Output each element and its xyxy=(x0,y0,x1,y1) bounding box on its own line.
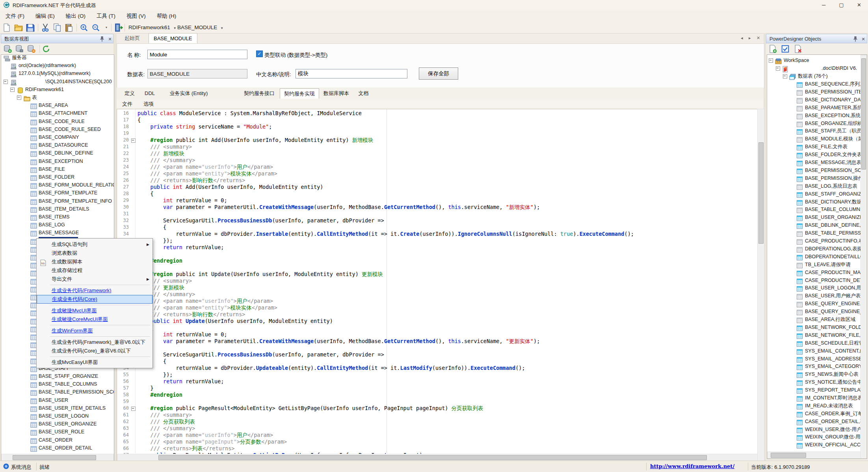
pdm-table-row[interactable]: BASE_STAFF_ORGANIZE,职 xyxy=(767,190,866,198)
pdm-table-row[interactable]: BASE_QUERY_ENGINE,查询 xyxy=(767,300,866,308)
pdm-table-row[interactable]: BASE_NETWORK_FILE,网络 xyxy=(767,331,866,339)
tab-nav-button-2[interactable]: ✕ xyxy=(756,35,760,41)
tree-row[interactable]: BASE_FILE xyxy=(1,165,114,173)
pdm-table-row[interactable]: CASE_ORDER,事例_订单管 xyxy=(767,410,866,418)
cn-name-input[interactable] xyxy=(296,69,407,78)
doc-tab-1[interactable]: BASE_MODULE xyxy=(149,33,197,44)
fold-icon[interactable] xyxy=(131,407,136,411)
left-tree-hscrollbar[interactable] xyxy=(1,454,114,461)
pdm-table-row[interactable]: BASE_EXCEPTION,系统异常 xyxy=(767,112,866,119)
pdm-table-row[interactable]: BASE_DICTIONARY,数据字 xyxy=(767,198,866,206)
pdm-table-row[interactable]: BASE_LOG,系统日志表 xyxy=(767,182,866,190)
pdm-table-row[interactable]: BASE_USER_LOGON,用户登 xyxy=(767,284,866,292)
cut-button[interactable] xyxy=(41,23,50,32)
pdm-table-row[interactable]: BASE_MESSAGE,消息表 xyxy=(767,159,866,166)
tree-row[interactable]: BASE_FORM_MODULE_RELATIO xyxy=(1,181,114,189)
pdm-table-row[interactable]: BASE_PERMISSION,操作权 xyxy=(767,174,866,182)
tree-row[interactable]: BASE_ATTACHMENT xyxy=(1,109,114,117)
website-link[interactable]: http://www.rdiframework.net/ xyxy=(650,463,734,469)
tab-nav-button-0[interactable]: ◂ xyxy=(741,35,743,41)
tree-row[interactable]: BASE_ITEMS xyxy=(1,213,114,221)
pdm-table-row[interactable]: BASE_FOLDER,文件夹表 xyxy=(767,151,866,159)
tree-row[interactable]: BASE_TABLE_COLUMNS xyxy=(1,380,114,388)
fold-icon[interactable] xyxy=(131,138,136,143)
refresh-button[interactable] xyxy=(42,45,50,53)
pdm-table-row[interactable]: BASE_SEQUENCE,序列产生 xyxy=(767,80,866,88)
context-menu-item[interactable]: SQL生成数据脚本 xyxy=(37,257,152,266)
context-menu-item[interactable]: 生成敏捷CoreMvcUI界面 xyxy=(37,315,152,324)
pdm-table-row[interactable]: IM_CONTENT,即时消息表 xyxy=(767,394,866,402)
tree-row[interactable]: RDIFramework61 xyxy=(1,86,114,93)
code-tab-6[interactable]: 文档 xyxy=(355,89,373,98)
pdm-table-row[interactable]: BASE_SCHEDULE,日程管理 xyxy=(767,339,866,347)
tab-nav-button-1[interactable]: ▸ xyxy=(749,35,751,41)
expander-icon[interactable] xyxy=(10,88,15,92)
pdm-table-row[interactable]: BASE_MODULE,模块（菜单 xyxy=(767,135,866,143)
code-tab-1[interactable]: DDL xyxy=(141,89,159,98)
status-message-label[interactable]: 系统消息 xyxy=(11,464,32,471)
save-button[interactable] xyxy=(26,23,35,32)
pdm-table-row[interactable]: BASE_PARAMETER,系统参数 xyxy=(767,104,866,112)
pdm-table-row[interactable]: CASE_PRODUCTIN_DETAIL xyxy=(767,276,866,284)
menu-item-4[interactable]: 视图 (V) xyxy=(121,10,151,22)
tree-row[interactable]: BASE_CODE_RULE xyxy=(1,118,114,125)
editor-menu-1[interactable]: 选项 xyxy=(138,99,159,110)
pdm-table-row[interactable]: BASE_TABLE_PERMISSION xyxy=(767,229,866,237)
expander-icon[interactable] xyxy=(17,95,21,100)
code-editor[interactable]: 16public class ModuleService : System.Ma… xyxy=(117,109,758,461)
pdm-table-row[interactable]: DBOPERATIONDETAILLOG xyxy=(767,253,866,261)
tree-row[interactable]: 127.0.0.1(MySQL)(rdiframework) xyxy=(1,69,114,77)
minimize-button[interactable]: ─ xyxy=(815,0,833,10)
doc-tab-0[interactable]: 起始页 xyxy=(120,33,145,43)
code-tab-5[interactable]: 数据库脚本 xyxy=(320,89,353,98)
pdm-table-row[interactable]: BASE_PERMISSION_ITEM, xyxy=(767,88,866,96)
tree-row[interactable]: BASE_ITEM_DETAILS xyxy=(1,205,114,213)
editor-menu-0[interactable]: 文件 xyxy=(117,99,138,110)
menu-item-3[interactable]: 工具 (T) xyxy=(91,10,121,22)
pdm-table-row[interactable]: BASE_ORGANIZE,组织机构 xyxy=(767,119,866,127)
context-menu-item[interactable]: 生成业务代码(Framework)_兼容V6.0以下 xyxy=(37,338,152,347)
context-menu-item[interactable]: 生成存储过程 xyxy=(37,266,152,275)
table-combo[interactable]: BASE_MODULE▼ xyxy=(177,23,223,32)
tree-row[interactable]: BASE_MESSAGE xyxy=(1,229,114,237)
tree-row[interactable]: orcl(Oracle)(rdiframework) xyxy=(1,62,114,69)
code-tab-0[interactable]: 定义 xyxy=(121,89,139,98)
name-input[interactable] xyxy=(147,50,247,59)
db-plug-button[interactable] xyxy=(15,45,24,53)
copy-button[interactable] xyxy=(53,23,61,32)
context-menu-item[interactable]: 生成SQL语句到▶ xyxy=(37,240,152,249)
expander-icon[interactable] xyxy=(4,80,8,84)
workspace-root[interactable]: WorkSpace xyxy=(767,56,866,64)
db-remove-button[interactable] xyxy=(27,45,35,53)
context-menu-item[interactable]: 生成敏捷MvcUI界面 xyxy=(37,306,152,315)
pdm-table-row[interactable]: SYS_NEWS,新闻中心表 xyxy=(767,370,866,378)
pin-icon[interactable] xyxy=(852,36,859,42)
menu-item-2[interactable]: 输出 (O) xyxy=(60,10,91,22)
tree-row[interactable]: BASE_CODE_RULE_SEED xyxy=(1,125,114,133)
menu-item-5[interactable]: 帮助 (H) xyxy=(151,10,182,22)
pdm-table-row[interactable]: SYS_EMAIL_ADDRESSEE,邮 xyxy=(767,355,866,363)
tables-group-row[interactable]: 数据表 (76个) xyxy=(767,72,866,80)
tree-row[interactable]: BASE_DBLINK_DEFINE xyxy=(1,149,114,157)
pdm-table-row[interactable]: BASE_NETWORK_FOLDER, xyxy=(767,323,866,331)
context-menu-item[interactable]: 生成业务代码(Core) xyxy=(37,295,152,304)
pdm-table-row[interactable]: CASE_ORDER_DETAIL,事例 xyxy=(767,418,866,425)
db-add-button[interactable] xyxy=(3,45,12,53)
check-box-button[interactable] xyxy=(781,45,790,53)
tree-row[interactable]: BASE_EXCEPTION xyxy=(1,157,114,165)
pdm-table-row[interactable]: IM_READ,未读消息表 xyxy=(767,402,866,410)
project-combo[interactable]: RDIFramework61▼ xyxy=(128,23,177,32)
menu-item-0[interactable]: 文件 (F) xyxy=(0,10,30,22)
pdm-table-row[interactable]: WEIXIN_USER,微信-用户基 xyxy=(767,425,866,433)
pdm-table-row[interactable]: WEIXIN_OFFICIAL_ACCOU xyxy=(767,441,866,449)
pdm-table-row[interactable]: CASE_PRODUCTINFO,事例 xyxy=(767,237,866,245)
close-button[interactable]: ✕ xyxy=(850,0,868,10)
pdm-table-row[interactable]: DBOPERATIONLOG,表操作 xyxy=(767,245,866,253)
pdm-model-row[interactable]: .doc\Db\RDI V6. xyxy=(767,64,866,72)
tree-row[interactable]: CASE_ORDER xyxy=(1,436,114,444)
pdm-table-row[interactable]: SYS_NOTICE,通知公告中心 xyxy=(767,378,866,386)
tree-row[interactable]: BASE_AREA xyxy=(1,101,114,109)
pdm-table-row[interactable]: BASE_FILE,文件表 xyxy=(767,143,866,151)
pdm-table-row[interactable]: BASE_USER_ORGANIZE,用 xyxy=(767,213,866,221)
tree-row[interactable]: \SQL2014INSTANCE(SQL200 xyxy=(1,78,114,86)
